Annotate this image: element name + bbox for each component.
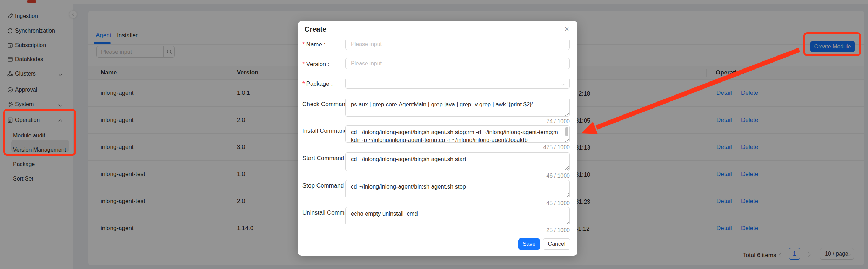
chevron-down-icon: [561, 81, 565, 86]
package-label: *Package :: [302, 80, 333, 87]
cancel-button[interactable]: Cancel: [543, 238, 570, 250]
required-mark: *: [302, 61, 305, 67]
start-command-counter: 46 / 1000: [345, 173, 570, 179]
name-label: *Name :: [302, 41, 325, 48]
required-mark: *: [302, 80, 305, 87]
required-mark: *: [302, 41, 305, 48]
close-icon[interactable]: ×: [565, 25, 569, 33]
uninstall-command-textarea[interactable]: echo empty uninstall cmd: [345, 207, 570, 225]
version-management-page: Ingestion Synchronization Subscription D…: [0, 0, 868, 269]
resize-handle-icon[interactable]: [565, 221, 569, 224]
start-command-textarea[interactable]: cd ~/inlong/inlong-agent/bin;sh agent.sh…: [345, 152, 570, 171]
create-modal: Create × *Name : *Version : *Package : C…: [298, 21, 577, 256]
textarea-scrollbar[interactable]: [565, 127, 568, 136]
check-command-textarea[interactable]: ps aux | grep core.AgentMain | grep java…: [345, 98, 570, 117]
stop-command-textarea[interactable]: cd ~/inlong/inlong-agent/bin;sh agent.sh…: [345, 180, 570, 198]
install-command-textarea[interactable]: cd ~/inlong/inlong-agent/bin;sh agent.sh…: [345, 125, 570, 143]
name-field[interactable]: [345, 39, 570, 50]
version-field[interactable]: [345, 58, 570, 69]
modal-title: Create: [305, 25, 326, 33]
version-label: *Version :: [302, 61, 329, 68]
stop-command-label: Stop Command :: [302, 182, 347, 189]
resize-handle-icon[interactable]: [565, 193, 569, 197]
install-command-counter: 475 / 1000: [345, 144, 570, 151]
resize-handle-icon[interactable]: [565, 138, 569, 142]
resize-handle-icon[interactable]: [565, 166, 569, 170]
resize-handle-icon[interactable]: [565, 112, 569, 116]
check-command-counter: 74 / 1000: [345, 118, 570, 125]
install-command-label: Install Command :: [302, 127, 350, 134]
check-command-label: Check Command :: [302, 101, 352, 108]
start-command-label: Start Command :: [302, 155, 348, 162]
package-select[interactable]: [345, 78, 570, 89]
uninstall-command-counter: 25 / 1000: [345, 227, 570, 234]
stop-command-counter: 45 / 1000: [345, 200, 570, 206]
save-button[interactable]: Save: [518, 238, 540, 250]
